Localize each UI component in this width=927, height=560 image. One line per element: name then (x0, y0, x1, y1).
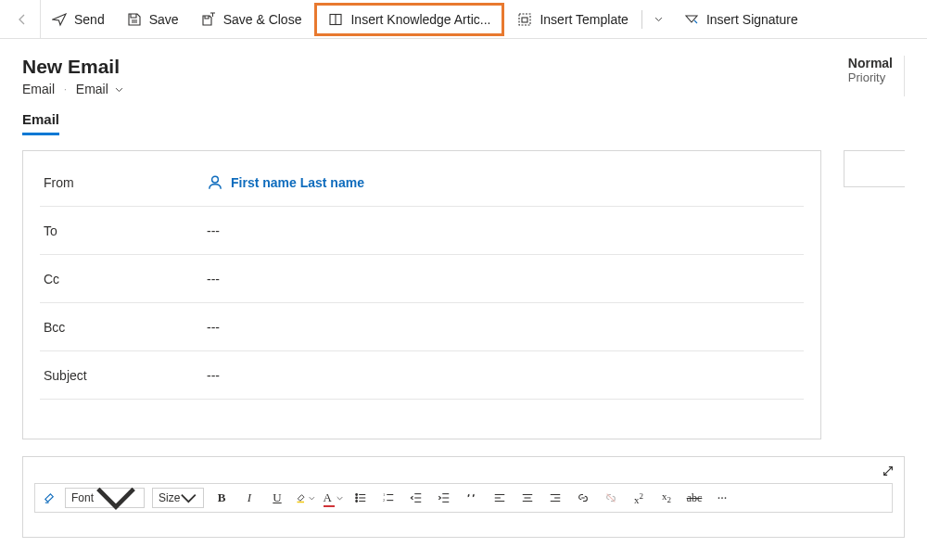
bcc-value: --- (207, 320, 804, 335)
outdent-button[interactable] (406, 488, 426, 508)
unlink-icon (604, 491, 617, 504)
insert-knowledge-article-button[interactable]: Insert Knowledge Artic... (314, 3, 504, 36)
remove-link-button[interactable] (601, 488, 621, 508)
from-lookup[interactable]: First name Last name (207, 174, 804, 191)
divider (641, 10, 642, 29)
align-right-icon (549, 491, 562, 504)
blockquote-button[interactable] (462, 488, 482, 508)
highlight-icon (295, 491, 307, 504)
book-icon (328, 12, 343, 27)
insert-signature-button[interactable]: Insert Signature (673, 0, 809, 39)
editor-card: Font Size B I U A 12 (22, 456, 905, 538)
priority-value: Normal (848, 56, 893, 70)
email-form-card: From First name Last name To --- Cc --- … (22, 150, 821, 439)
size-select[interactable]: Size (152, 488, 204, 508)
align-center-icon (521, 491, 534, 504)
insert-signature-label: Insert Signature (706, 12, 798, 27)
bcc-row[interactable]: Bcc --- (40, 303, 804, 351)
send-label: Send (74, 12, 105, 27)
svg-text:1: 1 (383, 492, 385, 497)
strikethrough-button[interactable]: abc (684, 488, 705, 508)
link-icon (577, 491, 590, 504)
subscript-button[interactable]: x2 (656, 488, 677, 508)
size-select-label: Size (159, 491, 180, 504)
outdent-icon (410, 491, 423, 504)
font-color-button[interactable]: A (323, 488, 343, 508)
send-button[interactable]: Send (41, 0, 116, 39)
breadcrumb: Email · Email (22, 82, 124, 96)
bullet-list-button[interactable] (350, 488, 371, 508)
side-panel[interactable] (844, 150, 905, 187)
more-commands-button[interactable] (712, 488, 732, 508)
insert-template-button[interactable]: Insert Template (506, 0, 639, 39)
bullet-list-icon (354, 491, 367, 504)
cc-label: Cc (40, 272, 207, 286)
subject-value: --- (207, 368, 804, 383)
person-icon (207, 174, 223, 191)
align-left-button[interactable] (489, 488, 510, 508)
bcc-label: Bcc (40, 320, 207, 335)
number-list-icon: 12 (382, 491, 395, 504)
to-value: --- (207, 223, 804, 238)
save-button[interactable]: Save (116, 0, 190, 39)
svg-point-6 (356, 494, 358, 496)
indent-button[interactable] (434, 488, 454, 508)
form-header: New Email Email · Email Normal Priority (0, 39, 927, 102)
crumb-separator: · (64, 84, 67, 95)
svg-text:2: 2 (383, 498, 385, 503)
highlight-color-button[interactable] (295, 488, 315, 508)
number-list-button[interactable]: 12 (378, 488, 399, 508)
send-icon (52, 12, 67, 27)
priority-label: Priority (848, 70, 893, 84)
align-center-button[interactable] (517, 488, 538, 508)
chevron-down-icon (114, 84, 124, 95)
to-row[interactable]: To --- (40, 207, 804, 255)
caret-down-icon (180, 490, 197, 507)
format-painter-button[interactable] (41, 491, 57, 505)
from-label: From (40, 175, 207, 190)
insert-kb-label: Insert Knowledge Artic... (350, 12, 490, 27)
align-right-button[interactable] (545, 488, 565, 508)
page-title: New Email (22, 56, 124, 78)
main-content: From First name Last name To --- Cc --- … (0, 135, 927, 439)
quote-icon (465, 491, 478, 504)
indent-icon (438, 491, 451, 504)
svg-rect-3 (522, 18, 527, 22)
chevron-down-icon (654, 14, 664, 24)
svg-point-8 (356, 501, 358, 503)
editor-toolbar: Font Size B I U A 12 (34, 483, 893, 513)
svg-rect-2 (519, 14, 530, 25)
to-label: To (40, 223, 207, 238)
italic-button[interactable]: I (239, 488, 260, 508)
svg-point-7 (356, 497, 358, 499)
cc-value: --- (207, 272, 804, 286)
superscript-button[interactable]: x2 (629, 488, 649, 508)
svg-point-4 (212, 176, 219, 183)
svg-point-33 (721, 497, 723, 499)
template-dropdown-button[interactable] (644, 0, 673, 39)
insert-link-button[interactable] (573, 488, 593, 508)
from-value: First name Last name (231, 175, 364, 190)
template-icon (517, 12, 532, 27)
save-close-label: Save & Close (223, 12, 302, 27)
expand-icon (882, 465, 895, 477)
save-close-button[interactable]: Save & Close (190, 0, 313, 39)
crumb-form: Email (76, 82, 108, 96)
cc-row[interactable]: Cc --- (40, 255, 804, 303)
font-select[interactable]: Font (65, 488, 145, 508)
underline-button[interactable]: U (267, 488, 287, 508)
expand-editor-button[interactable] (882, 465, 895, 480)
back-button[interactable] (4, 0, 41, 39)
crumb-entity: Email (22, 82, 55, 96)
subject-label: Subject (40, 368, 207, 383)
caret-down-icon (309, 495, 315, 502)
save-icon (127, 12, 142, 27)
signature-icon (684, 12, 699, 27)
form-selector[interactable]: Email (76, 82, 124, 96)
subject-row[interactable]: Subject --- (40, 351, 804, 400)
bold-button[interactable]: B (211, 488, 232, 508)
tab-email[interactable]: Email (22, 111, 59, 135)
paint-icon (43, 491, 57, 505)
svg-point-32 (718, 497, 720, 499)
tab-strip: Email (0, 102, 927, 135)
